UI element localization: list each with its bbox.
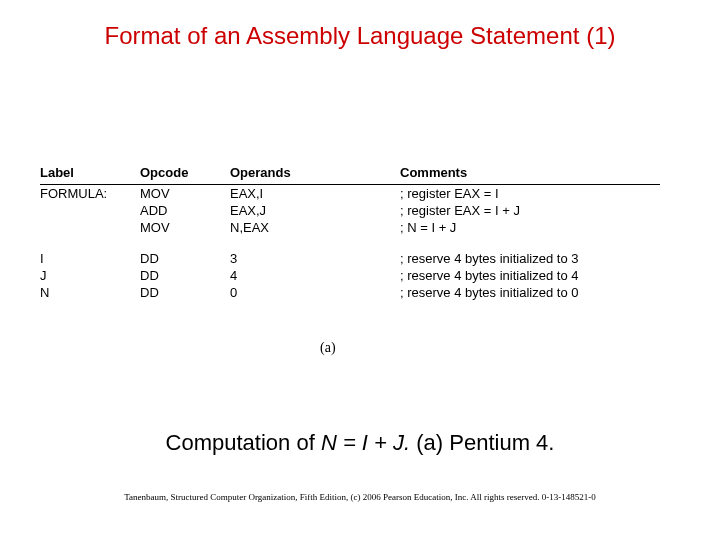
cell-opcode: MOV: [140, 185, 230, 203]
table-row: MOV N,EAX ; N = I + J: [40, 219, 660, 236]
cell-label: [40, 219, 140, 236]
cell-opcode: DD: [140, 267, 230, 284]
cell-comments: ; register EAX = I: [400, 185, 660, 203]
cell-label: FORMULA:: [40, 185, 140, 203]
cell-label: [40, 202, 140, 219]
cell-label: I: [40, 250, 140, 267]
cell-opcode: DD: [140, 284, 230, 301]
table-row: J DD 4 ; reserve 4 bytes initialized to …: [40, 267, 660, 284]
table-row: ADD EAX,J ; register EAX = I + J: [40, 202, 660, 219]
cell-comments: ; N = I + J: [400, 219, 660, 236]
header-comments: Comments: [400, 165, 660, 185]
cell-comments: ; reserve 4 bytes initialized to 3: [400, 250, 660, 267]
header-label: Label: [40, 165, 140, 185]
assembly-table: Label Opcode Operands Comments FORMULA: …: [40, 165, 660, 301]
cell-opcode: MOV: [140, 219, 230, 236]
cell-operands: 4: [230, 267, 400, 284]
cell-operands: EAX,I: [230, 185, 400, 203]
table-row: I DD 3 ; reserve 4 bytes initialized to …: [40, 250, 660, 267]
table-row: FORMULA: MOV EAX,I ; register EAX = I: [40, 185, 660, 203]
cell-label: N: [40, 284, 140, 301]
cell-operands: 3: [230, 250, 400, 267]
copyright-footer: Tanenbaum, Structured Computer Organizat…: [0, 492, 720, 502]
cell-opcode: DD: [140, 250, 230, 267]
cell-operands: N,EAX: [230, 219, 400, 236]
slide-title: Format of an Assembly Language Statement…: [0, 0, 720, 50]
cell-comments: ; register EAX = I + J: [400, 202, 660, 219]
cell-comments: ; reserve 4 bytes initialized to 4: [400, 267, 660, 284]
figure-caption: Computation of N = I + J. (a) Pentium 4.: [0, 430, 720, 456]
header-operands: Operands: [230, 165, 400, 185]
caption-equation: N = I + J.: [321, 430, 410, 455]
figure-sublabel: (a): [320, 340, 336, 356]
caption-prefix: Computation of: [166, 430, 321, 455]
cell-opcode: ADD: [140, 202, 230, 219]
cell-operands: EAX,J: [230, 202, 400, 219]
spacer-row: [40, 236, 660, 250]
header-opcode: Opcode: [140, 165, 230, 185]
cell-operands: 0: [230, 284, 400, 301]
table-header-row: Label Opcode Operands Comments: [40, 165, 660, 185]
cell-comments: ; reserve 4 bytes initialized to 0: [400, 284, 660, 301]
table-row: N DD 0 ; reserve 4 bytes initialized to …: [40, 284, 660, 301]
caption-suffix: (a) Pentium 4.: [410, 430, 554, 455]
cell-label: J: [40, 267, 140, 284]
